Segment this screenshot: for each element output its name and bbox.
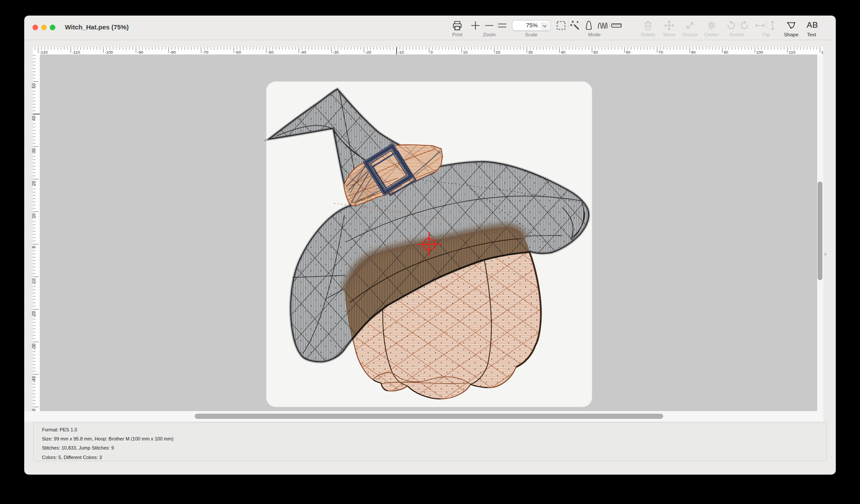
svg-text:-40: -40: [300, 50, 306, 54]
svg-text:-10: -10: [398, 50, 404, 54]
svg-text:-80: -80: [170, 50, 176, 54]
svg-text:0: 0: [32, 246, 36, 249]
svg-text:80: 80: [691, 50, 696, 54]
svg-text:-90: -90: [137, 50, 143, 54]
svg-text:100: 100: [756, 50, 763, 54]
svg-text:120: 120: [821, 50, 828, 54]
svg-text:20: 20: [32, 181, 36, 186]
svg-text:10: 10: [32, 213, 36, 218]
svg-text:-30: -30: [333, 50, 339, 54]
svg-text:-60: -60: [235, 50, 241, 54]
svg-text:20: 20: [496, 50, 501, 54]
svg-text:-110: -110: [72, 50, 80, 54]
svg-text:60: 60: [626, 50, 631, 54]
svg-text:-10: -10: [32, 278, 36, 285]
svg-text:40: 40: [561, 50, 565, 54]
svg-text:10: 10: [463, 50, 468, 54]
svg-text:-20: -20: [365, 50, 371, 54]
svg-text:40: 40: [32, 115, 36, 121]
svg-text:-20: -20: [32, 311, 36, 317]
svg-text:110: 110: [789, 50, 795, 54]
svg-text:90: 90: [724, 50, 728, 54]
svg-text:50: 50: [32, 83, 36, 88]
svg-text:-120: -120: [39, 50, 48, 54]
svg-text:-100: -100: [105, 50, 113, 54]
svg-text:30: 30: [528, 50, 533, 54]
svg-text:30: 30: [32, 148, 36, 153]
svg-text:-40: -40: [32, 376, 36, 383]
svg-text:-30: -30: [32, 343, 36, 350]
svg-text:70: 70: [658, 50, 663, 54]
svg-text:-50: -50: [268, 50, 274, 54]
svg-text:-70: -70: [202, 50, 209, 54]
svg-text:50: 50: [594, 50, 598, 54]
svg-text:0: 0: [430, 50, 433, 54]
